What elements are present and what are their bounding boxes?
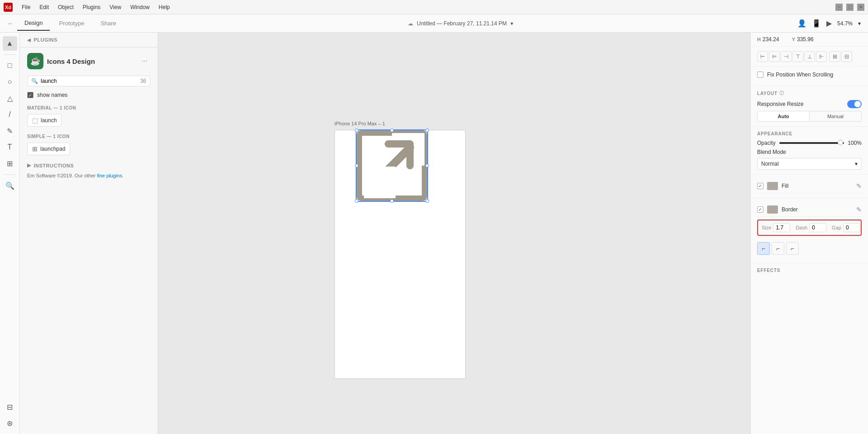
- corner-btn-outside[interactable]: ⌐: [772, 242, 784, 255]
- menu-edit[interactable]: Edit: [36, 3, 52, 11]
- menu-file[interactable]: File: [18, 3, 34, 11]
- launchpad-chip-icon: ⊞: [32, 145, 38, 153]
- responsive-resize-toggle[interactable]: [847, 100, 862, 108]
- tab-prototype[interactable]: Prototype: [52, 16, 91, 30]
- layout-buttons: Auto Manual: [757, 111, 862, 122]
- h-value[interactable]: 234.24: [763, 36, 779, 43]
- menu-object[interactable]: Object: [54, 3, 77, 11]
- opacity-thumb: [838, 140, 843, 145]
- border-gap-field[interactable]: [843, 223, 860, 232]
- align-section: ⊢ ⊨ ⊣ ⊤ ⊥ ⊩ ⊞ ⊟: [751, 47, 868, 67]
- select-tool[interactable]: ▲: [3, 36, 17, 51]
- document-title: Untitled — February 27, 11.21.14 PM: [417, 20, 507, 27]
- menu-plugins[interactable]: Plugins: [79, 3, 104, 11]
- align-center-v-button[interactable]: ⊥: [804, 51, 815, 62]
- maximize-button[interactable]: □: [846, 4, 854, 11]
- tab-share[interactable]: Share: [93, 16, 124, 30]
- plugin-panel: ◀ PLUGINS ☕ Icons 4 Design ··· 🔍 36 ✓ sh: [20, 33, 158, 434]
- align-right-edge-button[interactable]: ⊣: [781, 51, 792, 62]
- align-bottom-edge-button[interactable]: ⊩: [816, 51, 827, 62]
- launchpad-chip-label: launchpad: [40, 146, 65, 152]
- minimize-button[interactable]: ─: [835, 4, 843, 11]
- launch-icon-chip[interactable]: ⬚ launch: [27, 114, 62, 127]
- blend-mode-chevron-icon: ▾: [855, 161, 858, 167]
- panel-back-icon[interactable]: ◀: [27, 38, 31, 43]
- layout-info-icon[interactable]: ⓘ: [779, 90, 784, 96]
- fine-plugins-link[interactable]: fine plugins: [97, 173, 122, 178]
- opacity-slider[interactable]: [779, 142, 844, 144]
- cloud-icon: ☁: [408, 20, 413, 27]
- simple-section-header: SIMPLE — 1 ICON: [27, 134, 150, 139]
- play-button[interactable]: ▶: [826, 19, 832, 28]
- fill-edit-button[interactable]: ✎: [856, 182, 862, 190]
- border-edit-button[interactable]: ✎: [856, 206, 862, 213]
- instructions-end: .: [122, 173, 124, 178]
- zoom-dropdown-icon[interactable]: ▾: [858, 20, 861, 27]
- pen-tool[interactable]: ✎: [3, 124, 17, 138]
- fill-label: Fill: [782, 183, 853, 189]
- close-button[interactable]: ✕: [857, 4, 864, 11]
- distribute-h-button[interactable]: ⊞: [830, 51, 840, 62]
- manual-layout-button[interactable]: Manual: [810, 111, 861, 121]
- rectangle-tool[interactable]: □: [3, 58, 17, 73]
- selected-icon: [356, 129, 428, 202]
- person-icon[interactable]: 👤: [797, 19, 806, 28]
- tool-separator-1: [5, 54, 15, 55]
- menu-view[interactable]: View: [106, 3, 125, 11]
- border-gap-label: Gap: [832, 225, 841, 230]
- menu-window[interactable]: Window: [127, 3, 153, 11]
- instructions-arrow-icon: ▶: [27, 162, 31, 168]
- border-swatch[interactable]: [767, 205, 778, 214]
- distribute-v-button[interactable]: ⊟: [841, 51, 852, 62]
- align-top-edge-button[interactable]: ⊤: [792, 51, 803, 62]
- y-value[interactable]: 335.96: [797, 36, 814, 43]
- fix-position-label: Fix Position When Scrolling: [767, 72, 833, 78]
- corner-btn-inside[interactable]: ⌐: [757, 242, 770, 255]
- fix-position-checkbox[interactable]: [757, 72, 763, 78]
- h-field: H 234.24: [757, 36, 779, 43]
- back-icon[interactable]: ←: [7, 20, 14, 27]
- plugin-body: ☕ Icons 4 Design ··· 🔍 36 ✓ show names M…: [20, 48, 157, 434]
- component-tool[interactable]: ⊞: [3, 156, 17, 171]
- plugins-tool[interactable]: ⊛: [3, 416, 17, 430]
- instructions-body: Em Software ©2019. Our other fine plugin…: [27, 172, 150, 180]
- corner-btn-center[interactable]: ⌐: [786, 242, 799, 255]
- border-dash-label: Dash: [796, 225, 807, 230]
- tab-left: ← Design Prototype Share: [7, 16, 124, 31]
- fill-swatch[interactable]: [767, 182, 778, 190]
- dropdown-arrow-icon[interactable]: ▾: [510, 20, 513, 27]
- border-checkbox[interactable]: ✓: [757, 206, 763, 213]
- ellipse-tool[interactable]: ○: [3, 75, 17, 89]
- layers-tool[interactable]: ⊟: [3, 400, 17, 414]
- search-icon: 🔍: [31, 78, 38, 84]
- menu-help[interactable]: Help: [155, 3, 174, 11]
- align-center-h-button[interactable]: ⊨: [769, 51, 780, 62]
- menu-bar: Xd File Edit Object Plugins View Window …: [0, 0, 868, 14]
- selected-icon-container[interactable]: [356, 129, 428, 202]
- canvas-area[interactable]: iPhone 14 Pro Max – 1: [158, 33, 750, 434]
- blend-mode-select[interactable]: Normal ▾: [757, 158, 862, 170]
- border-dash-field[interactable]: [809, 223, 826, 232]
- layout-section: LAYOUT ⓘ Responsive Resize Auto Manual: [751, 86, 868, 127]
- zoom-level[interactable]: 54.7%: [837, 20, 853, 27]
- plugin-menu-button[interactable]: ···: [139, 56, 150, 66]
- instructions-header[interactable]: ▶ INSTRUCTIONS: [27, 162, 150, 168]
- triangle-tool[interactable]: △: [3, 91, 17, 105]
- border-size-field[interactable]: [773, 223, 790, 232]
- line-tool[interactable]: /: [3, 107, 17, 122]
- search-input[interactable]: [41, 78, 138, 84]
- show-names-checkbox[interactable]: ✓: [27, 92, 33, 98]
- launchpad-icon-chip[interactable]: ⊞ launchpad: [27, 143, 70, 155]
- tab-right: 👤 📱 ▶ 54.7% ▾: [797, 19, 861, 28]
- device-icon[interactable]: 📱: [812, 19, 821, 28]
- text-tool[interactable]: T: [3, 140, 17, 154]
- blend-mode-row: Blend Mode: [757, 149, 862, 155]
- align-icons-row: ⊢ ⊨ ⊣ ⊤ ⊥ ⊩ ⊞ ⊟: [757, 51, 862, 62]
- align-left-edge-button[interactable]: ⊢: [757, 51, 768, 62]
- plugin-panel-header: ◀ PLUGINS: [20, 33, 157, 48]
- search-tool[interactable]: 🔍: [3, 178, 17, 193]
- auto-layout-button[interactable]: Auto: [758, 111, 810, 121]
- tab-design[interactable]: Design: [17, 16, 50, 31]
- border-check-icon: ✓: [758, 207, 762, 212]
- fill-checkbox[interactable]: ✓: [757, 183, 763, 189]
